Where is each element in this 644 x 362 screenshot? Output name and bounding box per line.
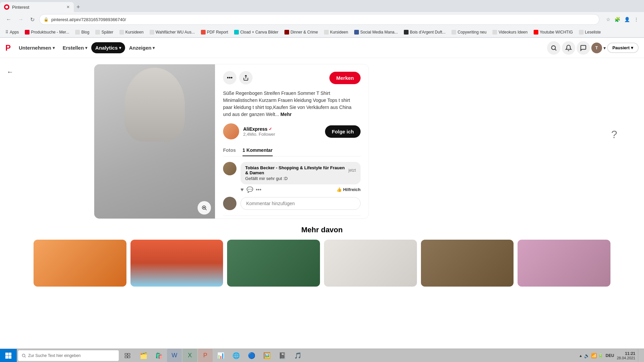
- nav-analytics[interactable]: Analytics ▾: [91, 42, 125, 53]
- nav-bar: ← → ↻ 🔒 pinterest.at/pin/728316570989366…: [0, 12, 644, 27]
- bookmark-blog[interactable]: Blog: [72, 29, 92, 35]
- svg-point-0: [551, 46, 555, 50]
- address-bar[interactable]: 🔒 pinterest.at/pin/728316570989366740/: [39, 14, 599, 25]
- mehr-card-3[interactable]: [227, 240, 320, 287]
- mehr-card-2[interactable]: [130, 240, 223, 287]
- bookmark-youtube[interactable]: Youtube WICHTIG: [531, 29, 576, 35]
- bookmark-videokurs[interactable]: Videokurs Ideen: [490, 29, 530, 35]
- thumbs-up-icon: 👍: [336, 187, 342, 192]
- new-tab-button[interactable]: +: [74, 4, 83, 11]
- tray-network-icon[interactable]: 🔊: [584, 353, 590, 358]
- taskbar-app-explorer[interactable]: 🗂️: [136, 349, 151, 362]
- windows-logo-icon: [5, 352, 12, 359]
- mehr-davon-grid: [0, 240, 644, 287]
- taskbar-app-excel[interactable]: X: [182, 349, 197, 362]
- help-icon[interactable]: ?: [611, 128, 617, 141]
- bookmark-star-button[interactable]: ☆: [605, 15, 612, 23]
- comment-text: Gefällt mir sehr gut :D: [245, 176, 356, 181]
- more-comment-button[interactable]: •••: [256, 187, 262, 193]
- mehr-card-6[interactable]: [518, 240, 610, 287]
- bookmark-dinner-crime[interactable]: Dinner & Crime: [282, 29, 321, 35]
- add-comment-row: [223, 197, 361, 210]
- notifications-button[interactable]: [562, 41, 575, 55]
- pinterest-navbar: P Unternehmen ▾ Erstellen ▾ Analytics ▾ …: [0, 38, 644, 58]
- bookmark-bois[interactable]: Bois d'Argent Duft...: [401, 29, 448, 35]
- tray-volume-icon[interactable]: 📶: [591, 353, 597, 358]
- date-display: 28.04.2021: [617, 356, 635, 360]
- taskbar-app-office[interactable]: 📊: [213, 349, 228, 362]
- svg-rect-7: [9, 356, 12, 359]
- back-button[interactable]: ←: [7, 68, 13, 76]
- nav-unternehmen[interactable]: Unternehmen ▾: [15, 42, 59, 53]
- active-tab[interactable]: Pinterest ✕: [0, 2, 74, 12]
- taskbar-app-onenote[interactable]: 📓: [275, 349, 290, 362]
- bookmark-kursideen2[interactable]: Kursideen: [321, 29, 351, 35]
- taskbar-app-chrome[interactable]: 🌐: [229, 349, 244, 362]
- bookmark-social-media[interactable]: Social Media Mana...: [352, 29, 400, 35]
- extensions-button[interactable]: 🧩: [613, 15, 622, 23]
- back-button[interactable]: ←: [4, 15, 13, 24]
- tab-close-button[interactable]: ✕: [66, 5, 70, 9]
- search-icon: [550, 45, 557, 51]
- start-button[interactable]: [0, 349, 17, 362]
- taskbar-search-bar[interactable]: Zur Suche Text hier eingeben: [18, 350, 119, 361]
- share-button[interactable]: [239, 71, 253, 84]
- verified-badge-icon: ✓: [269, 127, 272, 131]
- taskbar-app-edge[interactable]: 🔵: [244, 349, 259, 362]
- bookmark-canva[interactable]: Cload + Canva Bilder: [231, 29, 281, 35]
- like-comment-button[interactable]: ♥: [240, 187, 244, 193]
- taskbar-app-powerpoint[interactable]: P: [198, 349, 213, 362]
- merken-button[interactable]: Merken: [329, 72, 361, 84]
- activity-row: Stay hat sich etwas auf ((🍂)) blusas ;; …: [223, 216, 361, 219]
- browser-chrome: Pinterest ✕ + ← → ↻ 🔒 pinterest.at/pin/7…: [0, 0, 644, 38]
- bookmark-label: Produktsuche - Mer...: [31, 30, 69, 35]
- bookmark-label: Apps: [10, 30, 19, 35]
- bookmark-apps[interactable]: ⠿ Apps: [3, 29, 21, 35]
- profile-button[interactable]: 👤: [623, 15, 631, 23]
- tray-battery-icon[interactable]: 🔋: [598, 353, 603, 358]
- mehr-card-1[interactable]: [34, 240, 126, 287]
- bookmark-wahlfächer[interactable]: Wahlfächer WU Aus...: [147, 29, 198, 35]
- reload-button[interactable]: ↻: [28, 15, 37, 24]
- bookmark-pdf-report[interactable]: PDF Report: [198, 29, 231, 35]
- paused-button[interactable]: Pausiert ▾: [607, 43, 639, 53]
- task-view-button[interactable]: [120, 349, 135, 362]
- tab-kommentar[interactable]: 1 Kommentar: [243, 145, 272, 156]
- tray-icon-up[interactable]: ▲: [579, 354, 583, 358]
- browser-menu-button[interactable]: ⋮: [633, 15, 640, 23]
- profile-chevron-icon[interactable]: ▾: [603, 45, 606, 51]
- bookmark-favicon: [354, 30, 359, 35]
- search-image-button[interactable]: [198, 201, 211, 215]
- pinterest-logo[interactable]: P: [5, 43, 11, 53]
- bookmark-copywriting[interactable]: Copywriting neu: [449, 29, 489, 35]
- taskbar-app-word[interactable]: W: [167, 349, 182, 362]
- mehr-davon-section: Mehr davon: [0, 219, 644, 287]
- taskbar-clock[interactable]: 11:21 28.04.2021: [617, 351, 635, 360]
- current-user-avatar: [223, 197, 236, 210]
- show-desktop-button[interactable]: [638, 349, 640, 362]
- nav-anzeigen[interactable]: Anzeigen ▾: [125, 42, 159, 53]
- mehr-card-4[interactable]: [324, 240, 417, 287]
- taskbar-app-photos[interactable]: 🖼️: [260, 349, 274, 362]
- nav-unternehmen-label: Unternehmen: [19, 45, 51, 51]
- mehr-card-5[interactable]: [421, 240, 514, 287]
- taskbar-app-spotify[interactable]: 🎵: [290, 349, 305, 362]
- mehr-link[interactable]: Mehr: [280, 112, 291, 117]
- reply-comment-button[interactable]: 💬: [247, 186, 253, 193]
- bookmark-später[interactable]: Später: [93, 29, 116, 35]
- nav-erstellen[interactable]: Erstellen ▾: [59, 42, 91, 53]
- forward-button[interactable]: →: [16, 15, 25, 24]
- search-button[interactable]: [547, 41, 560, 55]
- bookmark-produktsuche[interactable]: Produktsuche - Mer...: [22, 29, 72, 35]
- hilfreich-button[interactable]: 👍 Hilfreich: [336, 187, 361, 192]
- bookmark-leseliste[interactable]: Leseliste: [576, 29, 603, 35]
- messages-button[interactable]: [577, 41, 590, 55]
- follow-button[interactable]: Folge ich: [325, 125, 361, 138]
- taskbar-app-store[interactable]: 🛍️: [152, 349, 166, 362]
- more-options-button[interactable]: •••: [223, 71, 236, 84]
- bookmark-favicon: [201, 30, 206, 35]
- tab-fotos[interactable]: Fotos: [223, 145, 236, 156]
- add-comment-input[interactable]: [240, 197, 361, 210]
- bookmark-kursideen1[interactable]: Kursideen: [117, 29, 146, 35]
- user-avatar[interactable]: T: [591, 43, 602, 53]
